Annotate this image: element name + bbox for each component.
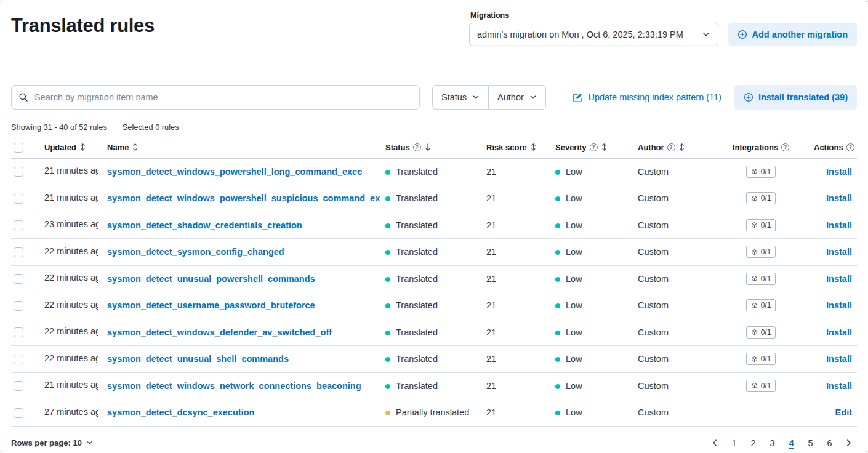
row-checkbox[interactable] <box>14 247 23 257</box>
author-filter-button[interactable]: Author <box>488 85 546 110</box>
migration-select[interactable]: admin's migration on Mon , Oct 6, 2025, … <box>469 23 718 46</box>
row-checkbox[interactable] <box>14 194 23 204</box>
status-label: Translated <box>396 193 438 203</box>
row-checkbox[interactable] <box>14 408 23 418</box>
integrations-badge[interactable]: 0/1 <box>746 219 776 231</box>
updated-cell: 21 minutes ago <box>44 193 98 202</box>
install-translated-button[interactable]: Install translated (39) <box>734 85 857 110</box>
integrations-badge[interactable]: 0/1 <box>746 166 776 178</box>
status-label: Translated <box>396 167 438 177</box>
integrations-badge[interactable]: 0/1 <box>746 353 776 365</box>
rule-name-link[interactable]: sysmon_detect_windows_powershell_suspici… <box>107 193 380 203</box>
integrations-badge[interactable]: 0/1 <box>746 273 776 285</box>
info-icon <box>781 143 789 151</box>
table-row: 21 minutes ago sysmon_detect_windows_net… <box>11 372 857 399</box>
column-label-risk-score: Risk score <box>486 143 527 152</box>
row-checkbox[interactable] <box>14 381 23 391</box>
column-header-severity[interactable]: Severity <box>550 137 633 158</box>
action-link[interactable]: Install <box>826 274 852 284</box>
integrations-count: 0/1 <box>761 194 771 202</box>
next-page-button[interactable] <box>840 435 857 451</box>
search-input[interactable] <box>33 92 412 103</box>
action-link[interactable]: Install <box>826 247 852 257</box>
pagination-page-2[interactable]: 2 <box>745 435 762 451</box>
column-header-updated[interactable]: Updated <box>39 137 102 158</box>
pagination-page-6[interactable]: 6 <box>821 435 838 451</box>
author-cell: Custom <box>633 319 713 346</box>
integrations-badge[interactable]: 0/1 <box>746 192 776 204</box>
column-header-risk-score[interactable]: Risk score <box>481 137 550 158</box>
column-header-actions: Actions <box>809 137 857 158</box>
severity-label: Low <box>566 381 582 391</box>
sort-descending-icon <box>424 143 432 152</box>
summary-divider <box>115 123 115 132</box>
risk-score-cell: 21 <box>481 399 550 427</box>
column-header-status[interactable]: Status <box>380 137 481 158</box>
rule-name-link[interactable]: sysmon_detect_dcsync_execution <box>107 407 254 417</box>
author-cell: Custom <box>633 292 713 319</box>
integrations-count: 0/1 <box>761 328 771 337</box>
action-link[interactable]: Install <box>826 167 852 177</box>
action-link[interactable]: Install <box>826 327 852 337</box>
package-icon <box>751 275 758 282</box>
row-checkbox[interactable] <box>14 274 23 284</box>
table-row: 22 minutes ago sysmon_detect_unusual_pow… <box>11 265 857 292</box>
row-checkbox[interactable] <box>14 167 23 177</box>
results-summary: Showing 31 - 40 of 52 rules Selected 0 r… <box>11 122 857 132</box>
rule-name-link[interactable]: sysmon_detect_shadow_credentials_creatio… <box>107 220 302 230</box>
select-all-checkbox[interactable] <box>14 143 23 153</box>
rule-name-link[interactable]: sysmon_detect_windows_defender_av_switch… <box>107 327 332 337</box>
row-checkbox[interactable] <box>14 301 23 311</box>
severity-dot <box>555 384 560 389</box>
author-filter-label: Author <box>497 92 524 102</box>
rule-name-link[interactable]: sysmon_detect_windows_network_connection… <box>107 381 361 391</box>
table-footer: Rows per page: 10 1 2 3 4 5 6 <box>11 433 857 452</box>
previous-page-button[interactable] <box>707 435 723 451</box>
risk-score-cell: 21 <box>481 292 550 319</box>
column-header-name[interactable]: Name <box>102 137 380 158</box>
action-link[interactable]: Install <box>826 381 852 391</box>
action-link[interactable]: Install <box>826 300 852 310</box>
integrations-badge[interactable]: 0/1 <box>746 246 776 258</box>
severity-dot <box>555 250 560 255</box>
action-link[interactable]: Install <box>826 193 852 203</box>
action-link[interactable]: Install <box>826 220 852 230</box>
risk-score-cell: 21 <box>481 319 550 346</box>
author-cell: Custom <box>633 212 713 239</box>
severity-dot <box>555 331 560 335</box>
action-link[interactable]: Edit <box>835 407 852 417</box>
severity-dot <box>555 170 560 175</box>
updated-cell: 22 minutes ago <box>44 273 98 283</box>
package-icon <box>751 222 758 228</box>
rule-name-link[interactable]: sysmon_detect_windows_powershell_long_co… <box>107 167 362 177</box>
rule-name-link[interactable]: sysmon_detect_unusual_shell_commands <box>107 354 289 364</box>
chevron-left-icon <box>711 439 719 447</box>
author-cell: Custom <box>633 399 713 427</box>
pagination-page-5[interactable]: 5 <box>802 435 819 451</box>
severity-label: Low <box>566 407 582 417</box>
column-header-author[interactable]: Author <box>633 137 713 158</box>
pagination-page-3[interactable]: 3 <box>764 435 781 451</box>
status-filter-label: Status <box>441 92 467 102</box>
integrations-count: 0/1 <box>761 355 771 363</box>
integrations-badge[interactable]: 0/1 <box>746 299 776 311</box>
rule-name-link[interactable]: sysmon_detect_username_password_brutefor… <box>107 300 315 310</box>
pagination-page-4-current[interactable]: 4 <box>783 435 800 451</box>
row-checkbox[interactable] <box>14 220 23 230</box>
integrations-badge[interactable]: 0/1 <box>746 326 776 339</box>
status-filter-button[interactable]: Status <box>432 85 488 110</box>
pagination-page-1[interactable]: 1 <box>726 435 742 451</box>
chevron-down-icon <box>472 94 480 101</box>
rule-name-link[interactable]: sysmon_detect_unusual_powershell_command… <box>107 274 315 284</box>
integrations-badge[interactable]: 0/1 <box>746 380 776 392</box>
row-checkbox[interactable] <box>14 327 23 337</box>
status-dot <box>385 411 390 415</box>
add-migration-button[interactable]: Add another migration <box>728 23 857 46</box>
app-window: Translated rules Migrations admin's migr… <box>1 1 867 452</box>
action-link[interactable]: Install <box>826 354 852 364</box>
update-index-pattern-link[interactable]: Update missing index pattern (11) <box>573 92 721 103</box>
severity-dot <box>555 196 560 201</box>
rows-per-page-button[interactable]: Rows per page: 10 <box>11 438 93 447</box>
row-checkbox[interactable] <box>14 355 23 364</box>
rule-name-link[interactable]: sysmon_detect_sysmon_config_changed <box>107 247 284 257</box>
